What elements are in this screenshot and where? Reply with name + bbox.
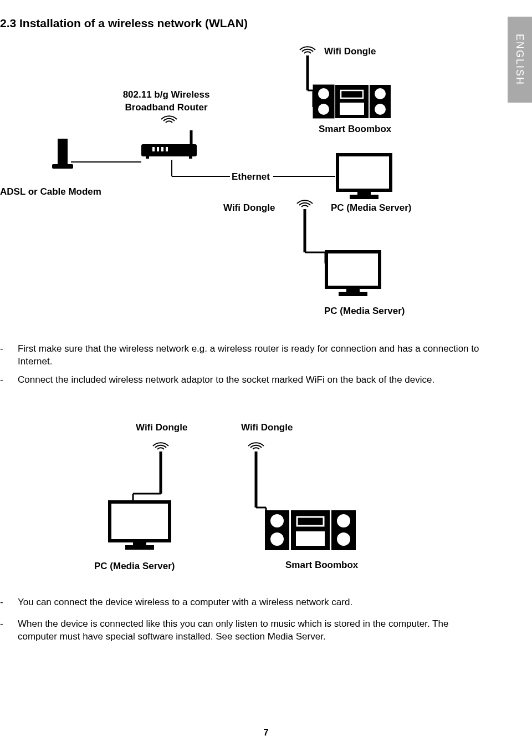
- body-text-b: - You can connect the device wireless to…: [0, 596, 488, 649]
- language-tab-label: ENGLISH: [513, 34, 526, 85]
- svg-rect-40: [133, 541, 146, 545]
- svg-rect-33: [326, 252, 380, 287]
- svg-point-52: [337, 514, 350, 527]
- label-pc-media-2: PC (Media Server): [324, 305, 405, 318]
- svg-rect-28: [357, 190, 371, 195]
- bullet-dash: -: [0, 343, 18, 368]
- body-text-a: - First make sure that the wireless netw…: [0, 343, 488, 392]
- svg-rect-35: [339, 292, 367, 296]
- label-wifi-dongle-right: Wifi Dongle: [241, 422, 293, 434]
- svg-point-46: [270, 514, 284, 527]
- bullet-dash: -: [0, 374, 18, 387]
- body-b-item-1: You can connect the device wireless to a…: [18, 596, 488, 609]
- boombox-with-dongle-icon: [238, 438, 382, 555]
- label-pc-media-bottom: PC (Media Server): [94, 560, 175, 573]
- svg-point-53: [337, 532, 350, 546]
- body-b-item-2: When the device is connected like this y…: [18, 618, 488, 643]
- bullet-dash: -: [0, 618, 18, 643]
- diagram-wlan-network: Wifi Dongle: [0, 33, 482, 333]
- bullet-dash: -: [0, 596, 18, 609]
- diagram-peer-to-peer: Wifi Dongle Wifi Dongle: [0, 416, 482, 582]
- label-smart-boombox-bottom: Smart Boombox: [285, 559, 358, 572]
- label-wifi-dongle-left: Wifi Dongle: [136, 422, 187, 434]
- svg-rect-50: [296, 531, 325, 546]
- section-heading: 2.3 Installation of a wireless network (…: [0, 16, 248, 31]
- svg-rect-39: [110, 502, 170, 541]
- label-modem: ADSL or Cable Modem: [0, 186, 101, 199]
- svg-rect-41: [125, 545, 154, 550]
- pc-monitor-2-icon: [324, 250, 385, 300]
- page-number: 7: [0, 727, 532, 739]
- pc-monitor-1-icon: [335, 153, 396, 202]
- body-a-item-2: Connect the included wireless network ad…: [18, 374, 488, 387]
- label-wifi-dongle-mid: Wifi Dongle: [223, 202, 275, 215]
- svg-rect-27: [337, 155, 391, 190]
- body-a-item-1: First make sure that the wireless networ…: [18, 343, 488, 368]
- svg-rect-34: [346, 287, 360, 292]
- language-tab: ENGLISH: [508, 17, 532, 103]
- svg-point-47: [270, 532, 284, 546]
- label-ethernet: Ethernet: [232, 171, 270, 184]
- pc-with-dongle-icon: [105, 438, 216, 549]
